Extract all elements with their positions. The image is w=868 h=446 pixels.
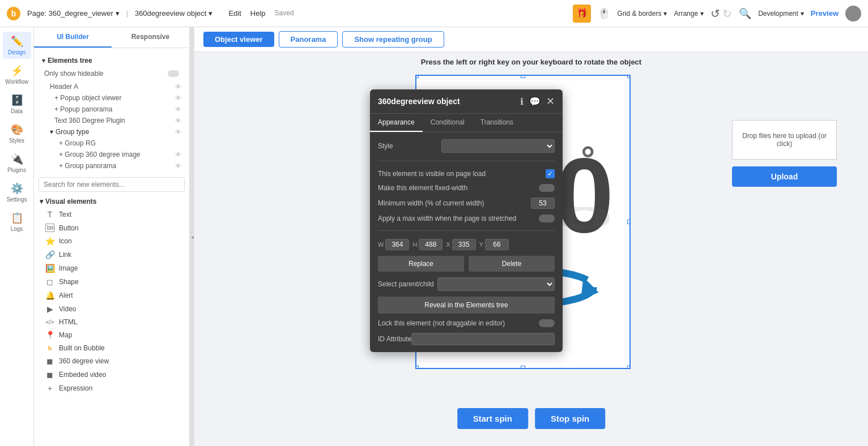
tree-item-eye-icon: 👁: [175, 83, 181, 90]
tree-item-popup-viewer[interactable]: + Popup object viewer 👁: [39, 92, 185, 104]
comment-icon[interactable]: 💬: [529, 96, 541, 107]
el-item-button[interactable]: btn Button: [34, 221, 189, 234]
el-item-link[interactable]: 🔗 Link: [34, 248, 189, 261]
replace-delete-row: Replace Delete: [378, 256, 555, 272]
development-button[interactable]: Development ▾: [758, 10, 804, 18]
search-elements-input[interactable]: [39, 177, 185, 192]
parent-child-row: Select parent/child: [378, 277, 555, 291]
tree-item-group-rg[interactable]: + Group RG: [39, 138, 185, 149]
lock-label: Lock this element (not draggable in edit…: [378, 319, 505, 327]
props-tab-conditional[interactable]: Conditional: [423, 114, 473, 132]
image-el-icon: 🖼️: [45, 264, 54, 273]
tab-ui-builder[interactable]: UI Builder: [34, 27, 112, 48]
only-show-toggle[interactable]: [168, 70, 179, 77]
el-item-image[interactable]: 🖼️ Image: [34, 261, 189, 275]
el-item-built-on-bubble[interactable]: b Built on Bubble: [34, 342, 189, 354]
parent-child-select[interactable]: [437, 277, 555, 291]
el-item-icon[interactable]: ⭐ Icon: [34, 234, 189, 248]
search-icon[interactable]: 🔍: [739, 7, 751, 20]
close-icon[interactable]: ✕: [546, 95, 555, 108]
properties-header-icons: ℹ 💬 ✕: [520, 95, 555, 108]
props-tab-appearance[interactable]: Appearance: [370, 114, 423, 132]
tree-item-popup-panorama[interactable]: + Popup panorama 👁: [39, 104, 185, 115]
tab-show-repeating-group[interactable]: Show repeating group: [342, 31, 444, 48]
delete-button[interactable]: Delete: [469, 256, 555, 272]
stop-spin-button[interactable]: Stop spin: [535, 408, 605, 429]
development-dropdown-arrow: ▾: [801, 10, 804, 18]
tree-item-header-a[interactable]: Header A 👁: [39, 81, 185, 92]
tab-object-viewer[interactable]: Object viewer: [203, 32, 274, 47]
sidebar-item-design[interactable]: ✏️ Design: [3, 32, 31, 59]
min-width-input[interactable]: 53: [531, 198, 555, 209]
el-item-text[interactable]: T Text: [34, 208, 189, 221]
tree-item-group-360-image[interactable]: + Group 360 degree image 👁: [39, 149, 185, 160]
sidebar-item-logs[interactable]: 📋 Logs: [3, 208, 31, 235]
popup-viewer-label: + Popup object viewer: [54, 94, 121, 102]
tree-item-group-panorama[interactable]: + Group panorama 👁: [39, 160, 185, 171]
sidebar-item-styles[interactable]: 🎨 Styles: [3, 120, 31, 147]
w-input[interactable]: [385, 239, 409, 250]
elements-panel-tabs: UI Builder Responsive: [34, 27, 189, 48]
gift-icon[interactable]: 🎁: [573, 5, 591, 23]
sidebar-item-plugins[interactable]: 🔌 Plugins: [3, 149, 31, 177]
info-icon[interactable]: ℹ: [520, 96, 524, 107]
reveal-button[interactable]: Reveal in the Elements tree: [378, 297, 555, 314]
start-spin-button[interactable]: Start spin: [457, 408, 528, 429]
replace-button[interactable]: Replace: [378, 256, 464, 272]
arrange-button[interactable]: Arrange ▾: [674, 10, 704, 18]
properties-dialog: 360degreeview object ℹ 💬 ✕ Appearance Co…: [370, 89, 563, 352]
lock-toggle[interactable]: [539, 319, 555, 327]
menu-help[interactable]: Help: [250, 9, 266, 18]
fixed-width-toggle[interactable]: [539, 184, 555, 192]
sidebar-item-workflow[interactable]: ⚡ Workflow: [3, 61, 31, 88]
grid-borders-label: Grid & borders: [617, 10, 661, 18]
elements-tree-toggle[interactable]: ▾ UI Builder Elements tree: [39, 55, 185, 66]
el-item-shape[interactable]: ◻ Shape: [34, 275, 189, 289]
el-item-html[interactable]: </> HTML: [34, 316, 189, 328]
style-select[interactable]: [441, 139, 555, 153]
visible-checkmark[interactable]: ✓: [546, 169, 555, 178]
logo[interactable]: b: [7, 7, 20, 20]
object-selector[interactable]: 360degreeview object ▾: [135, 9, 212, 18]
sidebar-item-settings[interactable]: ⚙️ Settings: [3, 179, 31, 206]
max-width-toggle[interactable]: [539, 215, 555, 222]
y-input[interactable]: [485, 239, 509, 250]
el-item-map[interactable]: 📍 Map: [34, 328, 189, 342]
main-layout: ✏️ Design ⚡ Workflow 🗄️ Data 🎨 Styles 🔌 …: [0, 27, 868, 446]
group-panorama-label: + Group panorama: [59, 162, 116, 170]
upload-drop-zone[interactable]: Drop files here to upload (or click): [732, 120, 837, 160]
page-selector[interactable]: Page: 360_degree_viewer ▾: [27, 9, 120, 18]
tab-panorama[interactable]: Panorama: [279, 31, 338, 48]
tab-responsive[interactable]: Responsive: [112, 27, 189, 48]
id-attr-input[interactable]: [411, 333, 555, 345]
group-type-toggle[interactable]: ▾ Group type 👁: [39, 126, 185, 138]
visual-elements-header[interactable]: ▾ Visual elements: [34, 195, 189, 208]
preview-button[interactable]: Preview: [811, 9, 839, 18]
el-item-360view[interactable]: ◼ 360 degree view: [34, 354, 189, 368]
menu-edit[interactable]: Edit: [228, 9, 241, 18]
h-input[interactable]: [419, 239, 442, 250]
el-item-alert[interactable]: 🔔 Alert: [34, 289, 189, 302]
upload-button[interactable]: Upload: [732, 166, 837, 187]
tree-item-text360[interactable]: Text 360 Degree Plugin 👁: [39, 115, 185, 126]
settings-label: Settings: [6, 196, 27, 203]
el-item-expression[interactable]: + Expression: [34, 381, 189, 395]
props-tab-transitions[interactable]: Transitions: [473, 114, 521, 132]
alert-el-icon: 🔔: [45, 291, 54, 300]
panel-resize-handle[interactable]: ◂: [190, 27, 194, 446]
fixed-width-label: Make this element fixed-width: [378, 184, 467, 192]
grid-borders-button[interactable]: Grid & borders ▾: [617, 10, 667, 18]
el-item-video[interactable]: ▶ Video: [34, 302, 189, 316]
id-attr-row: ID Attribute: [378, 333, 555, 345]
sidebar-item-data[interactable]: 🗄️ Data: [3, 91, 31, 118]
y-label: Y: [479, 241, 483, 248]
el-item-embedded-video[interactable]: ◼ Embeded video: [34, 368, 189, 381]
development-label: Development: [758, 10, 798, 18]
user-avatar[interactable]: [845, 6, 861, 22]
topbar-right: 🎁 🖱️ Grid & borders ▾ Arrange ▾ ↺ ↻ 🔍 De…: [573, 5, 861, 23]
redo-button[interactable]: ↻: [722, 7, 732, 20]
undo-button[interactable]: ↺: [710, 7, 720, 20]
id-attr-label: ID Attribute: [378, 335, 411, 343]
elements-panel-body: ▾ UI Builder Elements tree Only show hid…: [34, 48, 189, 446]
x-input[interactable]: [452, 239, 476, 250]
